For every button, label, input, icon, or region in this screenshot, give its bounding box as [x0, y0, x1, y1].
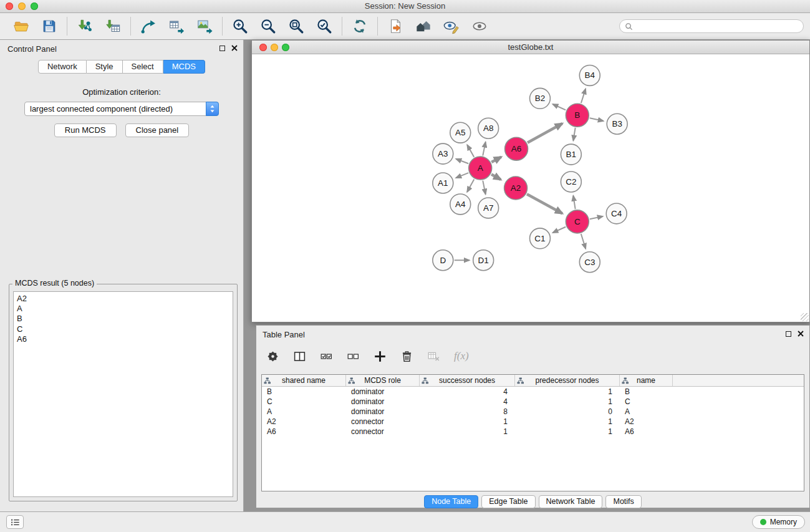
table-row[interactable]: A6connector11A6 [262, 427, 804, 437]
table-row[interactable]: Adominator80A [262, 407, 804, 417]
table-tab-motifs[interactable]: Motifs [605, 495, 641, 508]
table-tab-network-table[interactable]: Network Table [539, 495, 603, 508]
graph-edge-A-A2[interactable] [491, 175, 501, 180]
trash-button[interactable] [399, 349, 414, 364]
graph-node-A[interactable]: A [469, 157, 492, 180]
network-zoom-button[interactable] [282, 44, 289, 51]
graph-edge-B-B3[interactable] [590, 118, 604, 121]
select-all-button[interactable] [319, 349, 334, 364]
zoom-selected-button[interactable] [315, 17, 334, 36]
mcds-result-item[interactable]: C [17, 324, 229, 334]
column-header-MCDS-role[interactable]: MCDS role [346, 375, 420, 386]
graph-edge-A-A6[interactable] [491, 157, 501, 162]
graph-edge-A-A1[interactable] [456, 173, 468, 178]
network-canvas[interactable]: B4B2BB3A5A8A6B1A3AC2A1A2A4A7C4CC1C3DD1 [252, 54, 809, 322]
mcds-result-item[interactable]: A [17, 304, 229, 314]
float-panel-icon[interactable] [219, 46, 225, 51]
graph-node-D1[interactable]: D1 [473, 250, 494, 271]
optimization-criterion-dropdown[interactable]: largest connected component (directed) [24, 102, 219, 116]
network-minimize-button[interactable] [271, 44, 278, 51]
graph-edge-C-C3[interactable] [581, 234, 586, 249]
tab-select[interactable]: Select [123, 60, 163, 74]
graph-node-A2[interactable]: A2 [504, 177, 528, 200]
graph-node-C[interactable]: C [566, 210, 589, 233]
eye-button[interactable] [470, 17, 489, 36]
table-row[interactable]: Cdominator41C [262, 397, 804, 407]
dropdown-stepper-icon[interactable] [206, 102, 219, 116]
graph-node-A6[interactable]: A6 [505, 137, 528, 160]
home-button[interactable] [414, 17, 433, 36]
tab-network[interactable]: Network [38, 60, 87, 74]
graph-node-A3[interactable]: A3 [433, 143, 453, 164]
zoom-fit-button[interactable] [287, 17, 306, 36]
table-tab-node-table[interactable]: Node Table [424, 495, 478, 508]
column-header-predecessor-nodes[interactable]: predecessor nodes [515, 375, 620, 386]
graph-edge-A-A5[interactable] [467, 145, 474, 157]
graph-node-B1[interactable]: B1 [561, 144, 581, 165]
close-panel-button[interactable]: Close panel [125, 123, 190, 137]
graph-edge-A-A8[interactable] [483, 142, 485, 156]
function-builder-button[interactable]: f(x) [454, 350, 469, 362]
mcds-result-list[interactable]: A2ABCA6 [13, 291, 233, 497]
import-table-button[interactable] [104, 17, 122, 36]
graph-node-A8[interactable]: A8 [478, 118, 499, 138]
float-table-panel-icon[interactable] [786, 331, 791, 337]
run-mcds-button[interactable]: Run MCDS [54, 123, 117, 137]
mcds-result-item[interactable]: A6 [17, 334, 229, 344]
graph-edge-B-B2[interactable] [552, 104, 566, 110]
graph-node-B3[interactable]: B3 [607, 114, 627, 134]
close-window-button[interactable] [6, 2, 13, 10]
graph-node-A7[interactable]: A7 [478, 198, 499, 218]
table-row[interactable]: A2connector11A2 [262, 417, 804, 427]
column-header-name[interactable]: name [620, 375, 673, 386]
search-box[interactable] [619, 19, 804, 33]
edit-view-button[interactable] [442, 17, 461, 36]
deselect-all-button[interactable] [345, 349, 360, 364]
table-tab-edge-table[interactable]: Edge Table [481, 495, 535, 508]
minimize-window-button[interactable] [18, 2, 26, 10]
graph-edge-A2-C[interactable] [527, 194, 562, 213]
graph-node-A4[interactable]: A4 [450, 194, 471, 215]
graph-node-B[interactable]: B [566, 104, 589, 127]
graph-edge-B-B4[interactable] [581, 89, 586, 103]
zoom-in-button[interactable] [231, 17, 249, 36]
refresh-button[interactable] [350, 17, 369, 36]
graph-node-B4[interactable]: B4 [579, 65, 600, 85]
graph-node-C1[interactable]: C1 [530, 228, 551, 249]
tab-mcds[interactable]: MCDS [163, 60, 205, 74]
mcds-result-item[interactable]: A2 [17, 294, 229, 304]
save-session-button[interactable] [40, 17, 59, 36]
graph-edge-B-B1[interactable] [573, 128, 575, 141]
network-close-button[interactable] [259, 44, 267, 51]
tab-style[interactable]: Style [87, 60, 123, 74]
add-button[interactable] [372, 349, 387, 364]
delete-table-button[interactable] [426, 349, 441, 364]
graph-edge-A-A3[interactable] [456, 159, 468, 164]
graph-node-D[interactable]: D [433, 250, 453, 271]
graph-node-B2[interactable]: B2 [530, 88, 551, 109]
mcds-result-item[interactable]: B [17, 314, 229, 324]
graph-node-C4[interactable]: C4 [606, 203, 627, 224]
graph-edge-C-C1[interactable] [552, 227, 566, 233]
graph-node-A5[interactable]: A5 [450, 122, 471, 143]
graph-node-C2[interactable]: C2 [561, 172, 581, 192]
task-history-button[interactable] [6, 515, 24, 529]
import-network-button[interactable] [75, 17, 94, 36]
graph-node-C3[interactable]: C3 [579, 252, 600, 273]
search-input[interactable] [636, 22, 798, 31]
export-table-button[interactable] [167, 17, 186, 36]
export-image-button[interactable] [195, 17, 214, 36]
gear-button[interactable] [265, 349, 280, 364]
graph-edge-C-C4[interactable] [590, 216, 603, 219]
graph-edge-A6-B[interactable] [528, 123, 562, 143]
export-document-button[interactable] [386, 17, 405, 36]
column-layout-button[interactable] [292, 349, 307, 364]
graph-node-A1[interactable]: A1 [433, 173, 453, 193]
graph-edge-A-A4[interactable] [467, 179, 474, 191]
memory-button[interactable]: Memory [752, 515, 805, 529]
share-network-button[interactable] [139, 17, 158, 36]
graph-edge-C-C2[interactable] [573, 196, 575, 209]
open-session-button[interactable] [12, 17, 31, 36]
column-header-successor-nodes[interactable]: successor nodes [420, 375, 515, 386]
close-panel-icon[interactable] [231, 45, 238, 51]
